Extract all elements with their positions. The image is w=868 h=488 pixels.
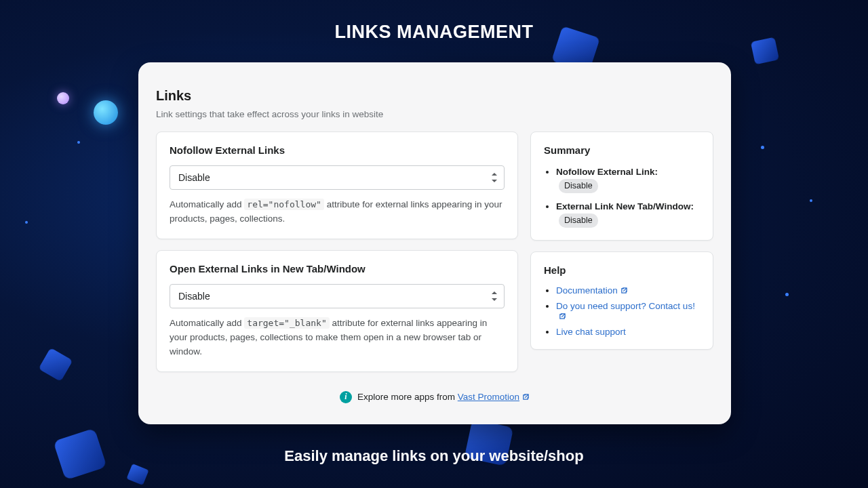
help-link-documentation[interactable]: Documentation (556, 285, 628, 296)
summary-item: External Link New Tab/Window: Disable (556, 200, 700, 228)
decor-star-icon (785, 293, 789, 296)
newtab-select[interactable]: Disable (170, 284, 505, 308)
footer-link[interactable]: Vast Promotion (458, 392, 530, 402)
help-item: Do you need support? Contact us! (556, 301, 700, 322)
newtab-title: Open External Links in New Tab/Window (170, 263, 505, 274)
decor-planet-icon (57, 92, 69, 104)
external-link-icon (522, 392, 530, 403)
hero-title: LINKS MANAGEMENT (0, 22, 868, 43)
help-link-support[interactable]: Do you need support? Contact us! (556, 301, 695, 321)
decor-star-icon (77, 141, 80, 144)
newtab-help: Automatically add target="_blank" attrib… (170, 317, 505, 359)
summary-item: Nofollow External Link: Disable (556, 165, 700, 193)
decor-star-icon (25, 221, 28, 224)
code-snippet: rel="nofollow" (244, 199, 324, 210)
status-badge: Disable (559, 214, 598, 228)
newtab-card: Open External Links in New Tab/Window Di… (156, 250, 518, 372)
decor-planet-icon (94, 100, 118, 125)
decor-star-icon (761, 146, 764, 149)
help-card: Help Documentation Do you need support? … (530, 251, 713, 350)
nofollow-help: Automatically add rel="nofollow" attribu… (170, 198, 505, 226)
panel-title: Links (156, 88, 713, 104)
code-snippet: target="_blank" (244, 317, 329, 329)
summary-title: Summary (544, 144, 700, 156)
help-title: Help (544, 264, 700, 276)
external-link-icon (559, 312, 566, 322)
decor-cube-icon (126, 464, 149, 485)
info-icon: i (340, 391, 352, 403)
hero-subtitle: Easily manage links on your website/shop (0, 447, 868, 465)
status-badge: Disable (559, 179, 598, 193)
summary-card: Summary Nofollow External Link: Disable … (530, 131, 713, 241)
decor-star-icon (810, 199, 812, 202)
nofollow-title: Nofollow External Links (170, 144, 505, 156)
footer-text: Explore more apps from (357, 392, 458, 402)
help-item: Live chat support (556, 327, 700, 337)
help-item: Documentation (556, 285, 700, 296)
decor-cube-icon (39, 348, 73, 382)
nofollow-select[interactable]: Disable (170, 165, 505, 190)
nofollow-card: Nofollow External Links Disable Automati… (156, 131, 518, 239)
external-link-icon (620, 286, 628, 296)
panel-description: Link settings that take effect across yo… (156, 109, 713, 119)
settings-panel: Links Link settings that take effect acr… (138, 62, 731, 424)
help-link-livechat[interactable]: Live chat support (556, 327, 626, 337)
footer: i Explore more apps from Vast Promotion (156, 391, 713, 403)
